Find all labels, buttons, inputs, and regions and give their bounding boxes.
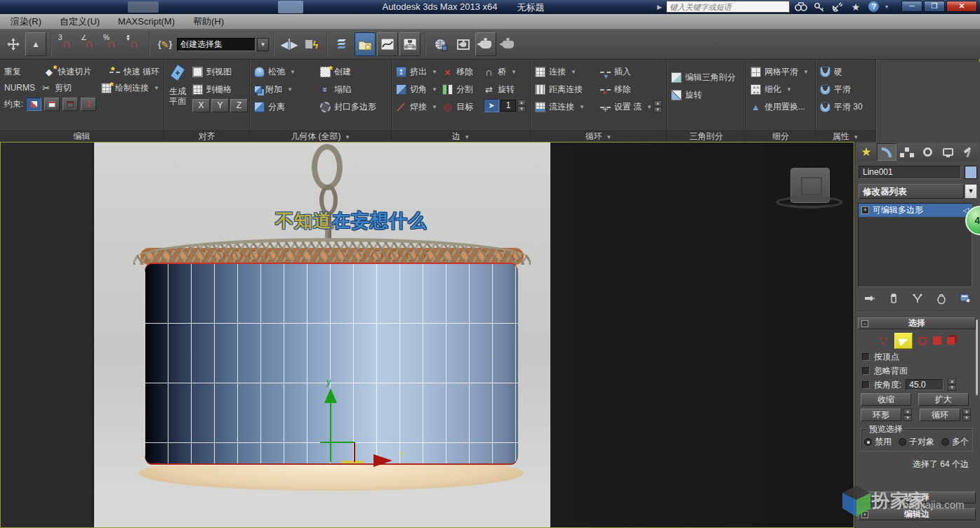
manage-layers-button[interactable] xyxy=(332,32,353,56)
menu-render[interactable]: 渲染(R) xyxy=(1,14,51,29)
panel-scrollbar[interactable] xyxy=(976,319,978,395)
align-to-grid-button[interactable]: 到栅格 xyxy=(192,81,248,97)
collapse-button[interactable]: »塌陷 xyxy=(320,81,376,97)
align-to-view-button[interactable]: 到视图 xyxy=(192,64,248,79)
target-weld-button[interactable]: ◎目标 xyxy=(442,99,479,114)
ribbon-label-edit[interactable]: 编辑 xyxy=(0,131,164,142)
set-flow-spinner[interactable]: ▲▼ xyxy=(654,100,662,113)
preview-disable-radio[interactable] xyxy=(864,438,872,446)
object-name-field[interactable]: Line001 xyxy=(859,166,961,179)
menu-maxscript[interactable]: MAXScript(M) xyxy=(109,15,184,28)
curve-editor-button[interactable] xyxy=(377,32,398,56)
turn-button[interactable]: 旋转 xyxy=(671,87,702,103)
communication-icon[interactable] xyxy=(830,1,845,13)
grow-button[interactable]: 扩大 xyxy=(918,393,969,406)
select-move-icon[interactable] xyxy=(3,32,24,56)
menu-help[interactable]: 帮助(H) xyxy=(184,14,233,29)
use-displacement-button[interactable]: ▲使用置换... xyxy=(750,99,805,114)
configure-modifier-sets-button[interactable] xyxy=(958,292,973,305)
editable-poly-drum-mesh[interactable] xyxy=(145,263,518,465)
swift-loop-button[interactable]: 快速 循环 xyxy=(110,64,159,79)
bridge-button[interactable]: ∩桥▼ xyxy=(484,64,526,79)
quick-slice-button[interactable]: ◆快速切片 xyxy=(44,64,103,79)
preview-multi-radio[interactable] xyxy=(941,438,949,446)
maximize-button[interactable]: ❐ xyxy=(924,1,945,12)
polygon-subobject-button[interactable] xyxy=(933,336,941,345)
remove-loop-button[interactable]: ×移除 xyxy=(600,81,662,97)
gizmo-x-arrowhead[interactable] xyxy=(373,454,392,467)
modifier-stack-item-editable-poly[interactable]: + 可编辑多边形 ◁ xyxy=(859,204,972,217)
select-object-button[interactable]: ▲ xyxy=(25,32,46,56)
cap-poly-button[interactable]: 封口多边形 xyxy=(320,99,376,114)
constraint-edge-button[interactable] xyxy=(44,98,60,111)
percent-snap-button[interactable]: %∩ xyxy=(101,32,122,56)
tab-modify[interactable] xyxy=(877,143,896,161)
named-selection-sets-button[interactable]: {✎} xyxy=(154,32,176,56)
ribbon-label-geometry[interactable]: 几何体 (全部) ▼ xyxy=(250,131,391,142)
distance-connect-button[interactable]: 距离连接 xyxy=(535,81,595,97)
ribbon-label-subdivision[interactable]: 细分 xyxy=(746,131,815,142)
angle-spinner[interactable]: ▲▼ xyxy=(948,378,956,391)
make-unique-button[interactable] xyxy=(910,292,925,305)
tab-motion[interactable] xyxy=(918,143,937,161)
ring-button[interactable]: 环形 xyxy=(861,409,901,421)
object-color-swatch[interactable] xyxy=(965,166,977,179)
loop-spinner[interactable]: ▲▼ xyxy=(962,409,971,421)
key-icon[interactable] xyxy=(812,1,826,13)
ribbon-label-properties[interactable]: 属性 ▼ xyxy=(816,131,875,142)
stack-expand-icon[interactable]: + xyxy=(861,206,869,214)
insert-loop-button[interactable]: ▼插入 xyxy=(600,64,662,79)
ribbon-label-triangulation[interactable]: 三角剖分 xyxy=(667,131,746,142)
loop-shift-value[interactable]: 1 xyxy=(501,100,516,112)
edit-triangulation-button[interactable]: 编辑三角剖分 xyxy=(671,70,736,85)
help-icon[interactable]: ? xyxy=(867,1,881,13)
smooth-button[interactable]: 平滑 xyxy=(820,81,851,97)
draw-connect-button[interactable]: 绘制连接▼ xyxy=(101,80,159,95)
loop-shift-spinner[interactable]: ▲▼ xyxy=(517,100,526,112)
modifier-stack[interactable]: + 可编辑多边形 ◁ 46 xyxy=(858,203,972,287)
angle-snap-button[interactable]: ∠∩ xyxy=(79,32,100,56)
modifier-list-dropdown-arrow[interactable]: ▼ xyxy=(965,184,977,199)
ignore-backfacing-checkbox[interactable] xyxy=(862,367,870,375)
viewcube-ring[interactable] xyxy=(776,196,843,209)
selection-set-dropdown-arrow[interactable]: ▼ xyxy=(257,38,269,51)
tab-hierarchy[interactable] xyxy=(897,143,917,161)
render-production-button[interactable] xyxy=(475,32,496,56)
make-planar-button[interactable]: 生成平面 xyxy=(168,64,187,106)
by-angle-checkbox[interactable] xyxy=(862,381,870,389)
menu-customize[interactable]: 自定义(U) xyxy=(51,14,109,29)
relax-button[interactable]: 松弛▼ xyxy=(254,64,313,79)
remove-modifier-button[interactable] xyxy=(934,292,949,305)
mesh-smooth-button[interactable]: 网格平滑▼ xyxy=(750,64,809,79)
expand-arrow-icon[interactable]: ▶ xyxy=(657,4,662,11)
split-button[interactable]: 分割 xyxy=(442,81,479,97)
align-y-button[interactable]: Y xyxy=(211,99,229,112)
spin-button[interactable]: ⇄旋转 xyxy=(484,81,526,97)
extrude-button[interactable]: ↥挤出▼ xyxy=(396,64,437,79)
graphite-modeling-toggle[interactable] xyxy=(355,32,376,56)
flow-connect-button[interactable]: 流连接▼ xyxy=(535,99,595,114)
gizmo-y-axis[interactable] xyxy=(330,402,331,462)
favorites-star-icon[interactable]: ★ xyxy=(849,1,863,13)
collapse-icon[interactable]: - xyxy=(861,320,868,327)
mirror-button[interactable]: ◀▶ xyxy=(279,32,300,56)
tab-display[interactable] xyxy=(938,143,958,161)
ribbon-label-loops[interactable]: 循环 ▼ xyxy=(531,131,666,142)
create-button[interactable]: 创建 xyxy=(320,64,376,79)
search-binoculars-icon[interactable] xyxy=(794,1,808,13)
weld-button[interactable]: ／焊接▼ xyxy=(396,99,437,114)
cut-button[interactable]: ✂剪切 xyxy=(41,80,95,95)
search-input[interactable] xyxy=(666,1,790,13)
ribbon-label-edges[interactable]: 边 ▼ xyxy=(392,131,530,142)
vertex-subobject-button[interactable] xyxy=(879,336,889,345)
rendered-frame-window-button[interactable] xyxy=(453,32,474,56)
tessellate-button[interactable]: ▲▲▲▲细化▼ xyxy=(750,81,792,97)
shrink-button[interactable]: 收缩 xyxy=(861,393,911,406)
ribbon-label-align[interactable]: 对齐 xyxy=(164,131,249,142)
show-end-result-button[interactable] xyxy=(886,292,901,305)
minimize-button[interactable]: ─ xyxy=(901,1,922,12)
loop-button[interactable]: 循环 xyxy=(920,409,960,421)
border-subobject-button[interactable] xyxy=(918,336,927,345)
render-setup-button[interactable] xyxy=(430,32,451,56)
set-flow-button[interactable]: ✛设置 流▼ xyxy=(600,99,652,114)
